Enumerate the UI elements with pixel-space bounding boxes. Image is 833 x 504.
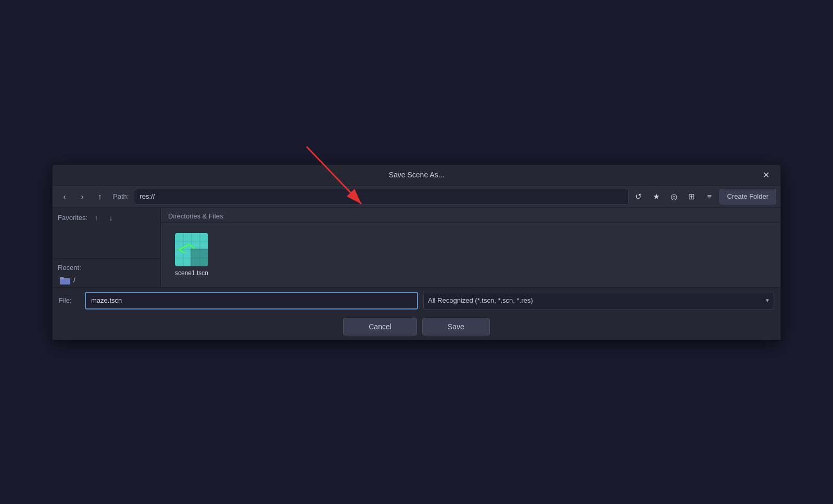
toolbar: ‹ › ↑ Path: ↺ ★ ◎ ⊞ ≡ Create Folder [53, 186, 780, 208]
file-area-header: Directories & Files: [161, 208, 780, 223]
sidebar: Favorites: ↑ ↓ Recent: / [53, 208, 161, 287]
up-button[interactable]: ↑ [92, 189, 108, 204]
filter-wrapper: All Recognized (*.tscn, *.scn, *.res) *.… [423, 292, 774, 309]
action-row: Cancel Save [53, 314, 780, 340]
forward-button[interactable]: › [74, 189, 90, 204]
bottom-bar: File: All Recognized (*.tscn, *.scn, *.r… [53, 287, 780, 340]
file-item[interactable]: scene1.tscn [168, 230, 215, 280]
favorites-area [53, 226, 160, 256]
recent-item-label: / [73, 276, 75, 284]
bookmark-button[interactable]: ★ [649, 189, 664, 204]
favorites-label: Favorites: [58, 214, 87, 222]
main-area: Favorites: ↑ ↓ Recent: / Directories & F… [53, 208, 780, 287]
svg-rect-1 [60, 277, 64, 279]
favorites-down-button[interactable]: ↓ [105, 212, 117, 224]
sidebar-divider [53, 258, 160, 259]
svg-rect-12 [191, 249, 208, 266]
list-view-button[interactable]: ≡ [702, 189, 717, 204]
path-input[interactable] [134, 189, 628, 204]
recent-item-root[interactable]: / [55, 274, 158, 287]
file-area-wrapper: Directories & Files: [161, 208, 780, 287]
target-button[interactable]: ◎ [666, 189, 682, 204]
scene-thumbnail-svg [175, 233, 208, 266]
favorites-up-button[interactable]: ↑ [91, 212, 102, 224]
favorites-header: Favorites: ↑ ↓ [53, 208, 160, 226]
folder-icon [60, 276, 70, 285]
grid-view-button[interactable]: ⊞ [684, 189, 700, 204]
file-grid: scene1.tscn [161, 223, 780, 287]
file-input[interactable] [85, 292, 418, 309]
filter-select[interactable]: All Recognized (*.tscn, *.scn, *.res) *.… [423, 292, 774, 309]
file-label: File: [59, 296, 80, 304]
close-button[interactable]: ✕ [760, 169, 772, 181]
save-dialog: Save Scene As... ✕ ‹ › ↑ Path: ↺ ★ ◎ ⊞ ≡… [52, 164, 781, 340]
recent-header: Recent: [53, 261, 160, 274]
save-button[interactable]: Save [422, 318, 490, 335]
file-row: File: All Recognized (*.tscn, *.scn, *.r… [53, 288, 780, 314]
create-folder-button[interactable]: Create Folder [720, 189, 776, 204]
refresh-button[interactable]: ↺ [631, 189, 647, 204]
title-bar: Save Scene As... ✕ [53, 165, 780, 186]
dialog-title: Save Scene As... [73, 171, 760, 179]
file-name: scene1.tscn [175, 269, 208, 277]
path-label: Path: [113, 192, 129, 200]
back-button[interactable]: ‹ [57, 189, 72, 204]
file-area: Directories & Files: [161, 208, 780, 287]
cancel-button[interactable]: Cancel [343, 318, 417, 335]
file-thumbnail [175, 233, 208, 266]
